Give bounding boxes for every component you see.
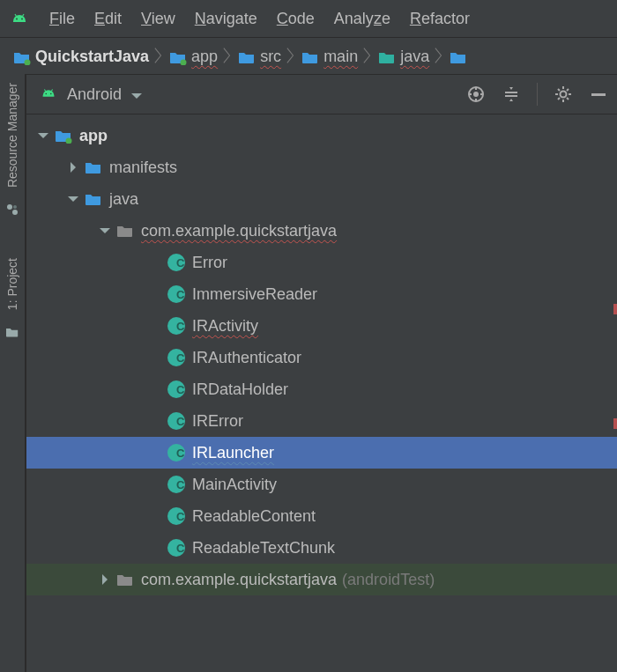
- svg-point-7: [12, 210, 18, 215]
- node-icon: [55, 127, 72, 144]
- folder-icon: [449, 49, 466, 63]
- resource-manager-icon: [4, 202, 20, 218]
- menu-refactor[interactable]: Refactor: [410, 10, 470, 28]
- node-label: ImmersiveReader: [192, 285, 317, 304]
- chevron-right-icon: [154, 46, 163, 67]
- class-icon: C: [167, 285, 185, 303]
- chevron-right-icon[interactable]: [97, 572, 113, 587]
- svg-point-10: [473, 92, 479, 97]
- node-label: java: [109, 190, 138, 209]
- tree-node-class[interactable]: C Error: [26, 247, 617, 278]
- tree-node-package-androidtest[interactable]: com.example.quickstartjava (androidTest): [26, 564, 617, 595]
- breadcrumb-item[interactable]: QuickstartJava: [12, 48, 149, 66]
- breadcrumb-item[interactable]: src: [237, 48, 281, 66]
- collapse-all-icon[interactable]: [502, 85, 521, 104]
- folder-icon: [301, 49, 318, 63]
- tool-window-resource-manager[interactable]: Resource Manager: [5, 83, 19, 188]
- node-label: com.example.quickstartjava: [141, 222, 337, 240]
- tree-node-java[interactable]: java: [26, 183, 617, 215]
- error-stripe-mark[interactable]: [613, 304, 617, 314]
- tool-window-rail-left: Resource Manager 1: Project: [0, 74, 26, 672]
- navigation-bar: QuickstartJava app src main: [0, 38, 617, 76]
- class-icon: C: [167, 539, 185, 557]
- class-icon: C: [167, 317, 185, 335]
- svg-rect-12: [591, 93, 606, 96]
- node-icon: C: [167, 412, 185, 430]
- tree-node-class[interactable]: C IRAuthenticator: [26, 342, 617, 373]
- breadcrumb-label: src: [260, 48, 281, 66]
- node-label: com.example.quickstartjava: [141, 571, 337, 589]
- svg-point-11: [561, 92, 567, 98]
- node-icon: [85, 159, 102, 176]
- menu-file[interactable]: File: [49, 10, 75, 28]
- breadcrumb-item[interactable]: [449, 49, 466, 63]
- menu-code[interactable]: Code: [277, 10, 315, 28]
- project-tree[interactable]: app manifests java com.example.quickstar…: [26, 114, 617, 672]
- node-icon: C: [167, 444, 185, 462]
- node-label: ReadableTextChunk: [192, 539, 335, 558]
- menu-navigate[interactable]: Navigate: [195, 10, 257, 28]
- node-label: ReadableContent: [192, 507, 316, 526]
- chevron-right-icon: [286, 46, 295, 67]
- tool-window-project[interactable]: 1: Project: [5, 258, 19, 310]
- node-label: app: [79, 127, 108, 145]
- node-label: Error: [192, 254, 227, 272]
- class-icon: C: [167, 380, 185, 398]
- separator: [537, 83, 538, 106]
- folder-icon: [237, 49, 255, 63]
- menu-edit[interactable]: Edit: [94, 10, 122, 28]
- android-studio-logo-icon: [9, 12, 30, 25]
- tree-node-class[interactable]: C IRLauncher: [26, 437, 617, 469]
- tree-node-package[interactable]: com.example.quickstartjava: [26, 215, 617, 247]
- chevron-down-icon[interactable]: [97, 223, 113, 239]
- breadcrumb-item[interactable]: java: [377, 48, 429, 66]
- node-icon: [116, 222, 134, 240]
- chevron-down-icon[interactable]: [130, 88, 143, 100]
- node-label: IRLauncher: [192, 444, 274, 462]
- breadcrumb-label: java: [400, 48, 429, 66]
- breadcrumb-label: app: [191, 48, 218, 66]
- node-icon: C: [167, 539, 185, 557]
- class-icon: C: [167, 412, 185, 430]
- class-icon: C: [167, 476, 185, 493]
- view-mode-label[interactable]: Android: [67, 85, 122, 104]
- error-stripe-mark[interactable]: [613, 418, 617, 429]
- select-opened-file-icon[interactable]: [466, 85, 486, 104]
- node-icon: C: [167, 349, 185, 366]
- class-icon: C: [167, 444, 185, 462]
- node-icon: C: [167, 285, 185, 303]
- class-icon: C: [167, 349, 185, 366]
- node-icon: C: [167, 380, 185, 398]
- node-icon: C: [167, 254, 185, 271]
- svg-point-8: [13, 205, 17, 209]
- chevron-right-icon: [223, 46, 232, 67]
- tree-node-app[interactable]: app: [26, 120, 617, 151]
- breadcrumb-item[interactable]: app: [168, 48, 218, 66]
- node-label: IRAuthenticator: [192, 349, 301, 367]
- chevron-down-icon[interactable]: [35, 128, 51, 144]
- node-icon: C: [167, 476, 185, 493]
- tree-node-class[interactable]: C IRError: [26, 405, 617, 437]
- hide-icon[interactable]: [589, 85, 608, 104]
- gear-icon[interactable]: [554, 85, 573, 104]
- project-tool-label: 1: Project: [5, 258, 19, 310]
- folder-icon: [377, 49, 395, 63]
- chevron-right-icon[interactable]: [65, 159, 81, 175]
- node-label: manifests: [109, 159, 177, 177]
- tree-node-class[interactable]: C IRDataHolder: [26, 373, 617, 405]
- tree-node-class[interactable]: C ReadableContent: [26, 500, 617, 532]
- project-panel-header: Android: [26, 75, 617, 114]
- project-tool-icon: [4, 324, 20, 340]
- tree-node-manifests[interactable]: manifests: [26, 151, 617, 183]
- tree-node-class[interactable]: C ImmersiveReader: [26, 278, 617, 310]
- menu-analyze[interactable]: Analyze: [334, 10, 390, 28]
- tree-node-class[interactable]: C MainActivity: [26, 469, 617, 500]
- chevron-down-icon[interactable]: [65, 191, 81, 207]
- menu-view[interactable]: View: [141, 10, 175, 28]
- project-tool-window: Android: [26, 74, 617, 672]
- breadcrumb-item[interactable]: main: [301, 48, 358, 66]
- folder-icon: [12, 49, 30, 63]
- tree-node-class[interactable]: C ReadableTextChunk: [26, 532, 617, 564]
- breadcrumb-label: main: [323, 48, 358, 66]
- tree-node-class[interactable]: C IRActivity: [26, 310, 617, 342]
